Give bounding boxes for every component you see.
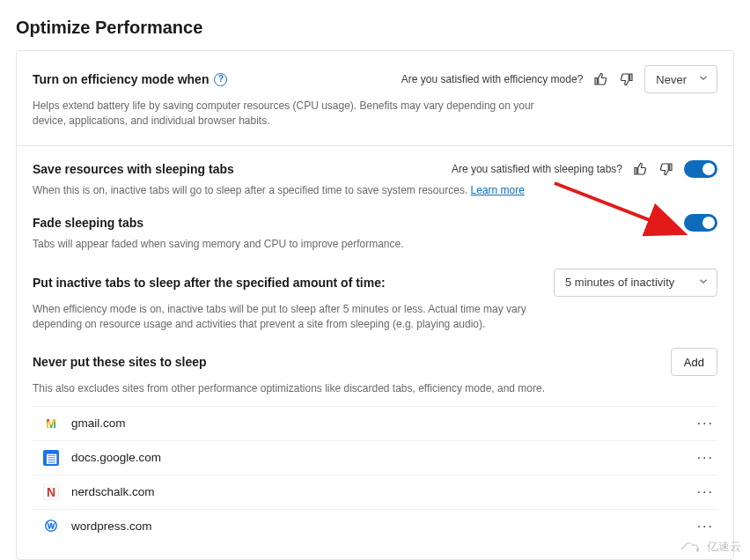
timeout-heading: Put inactive tabs to sleep after the spe… — [33, 276, 545, 290]
never-sites-list: M gmail.com ··· ▤ docs.google.com ··· N — [33, 406, 717, 543]
timeout-desc: When efficiency mode is on, inactive tab… — [33, 302, 561, 333]
add-site-button[interactable]: Add — [671, 348, 717, 376]
chevron-down-icon — [697, 275, 710, 290]
more-actions-button[interactable]: ··· — [697, 416, 714, 431]
more-actions-button[interactable]: ··· — [697, 484, 714, 500]
site-name: gmail.com — [71, 416, 126, 430]
section-sleeping-tabs: Save resources with sleeping tabs Are yo… — [17, 146, 733, 559]
sleeping-desc-text: When this is on, inactive tabs will go t… — [33, 184, 471, 196]
site-row: ⓦ wordpress.com ··· — [33, 509, 717, 543]
fade-toggle[interactable] — [684, 214, 717, 232]
thumbs-down-icon[interactable] — [658, 160, 675, 178]
site-row: ▤ docs.google.com ··· — [33, 440, 717, 475]
efficiency-desc: Helps extend battery life by saving comp… — [33, 99, 561, 129]
gmail-icon: M — [43, 416, 59, 431]
more-actions-button[interactable]: ··· — [697, 519, 714, 534]
learn-more-link[interactable]: Learn more — [471, 184, 525, 196]
never-heading: Never put these sites to sleep — [33, 355, 662, 369]
add-site-button-label: Add — [684, 356, 704, 369]
more-actions-button[interactable]: ··· — [697, 450, 714, 466]
info-icon[interactable]: ? — [214, 73, 227, 86]
site-name: nerdschalk.com — [71, 485, 155, 498]
site-row: M gmail.com ··· — [33, 406, 717, 440]
efficiency-heading: Turn on efficiency mode when ? — [33, 72, 393, 86]
wp-icon: ⓦ — [43, 519, 59, 534]
timeout-select[interactable]: 5 minutes of inactivity — [554, 269, 717, 297]
thumbs-down-icon[interactable] — [618, 70, 636, 88]
svg-point-1 — [696, 549, 698, 550]
thumbs-up-icon[interactable] — [592, 70, 609, 88]
section-efficiency-mode: Turn on efficiency mode when ? Are you s… — [17, 51, 733, 146]
page-title: Optimize Performance — [16, 18, 734, 38]
efficiency-mode-select-value: Never — [656, 73, 687, 86]
sleeping-desc: When this is on, inactive tabs will go t… — [33, 183, 561, 198]
never-desc: This also excludes sites from other perf… — [33, 381, 561, 396]
chevron-down-icon — [697, 72, 710, 87]
efficiency-mode-select[interactable]: Never — [644, 65, 717, 93]
watermark-text: 亿速云 — [707, 540, 741, 555]
timeout-select-value: 5 minutes of inactivity — [565, 276, 674, 289]
docs-icon: ▤ — [43, 450, 59, 466]
site-name: docs.google.com — [71, 451, 161, 464]
site-row: N nerdschalk.com ··· — [33, 475, 717, 509]
site-name: wordpress.com — [71, 519, 152, 533]
efficiency-question: Are you satisfied with efficiency mode? — [401, 73, 584, 85]
fade-heading: Fade sleeping tabs — [33, 216, 675, 230]
sleeping-tabs-toggle[interactable] — [684, 160, 717, 178]
efficiency-heading-text: Turn on efficiency mode when — [33, 72, 209, 86]
watermark: 亿速云 — [679, 539, 741, 555]
thumbs-up-icon[interactable] — [631, 160, 649, 178]
fade-desc: Tabs will appear faded when saving memor… — [33, 237, 561, 252]
sleeping-heading: Save resources with sleeping tabs — [33, 162, 443, 176]
sleeping-question: Are you satisfied with sleeping tabs? — [452, 163, 622, 175]
nerds-icon: N — [43, 484, 59, 500]
performance-card: Turn on efficiency mode when ? Are you s… — [16, 50, 734, 560]
